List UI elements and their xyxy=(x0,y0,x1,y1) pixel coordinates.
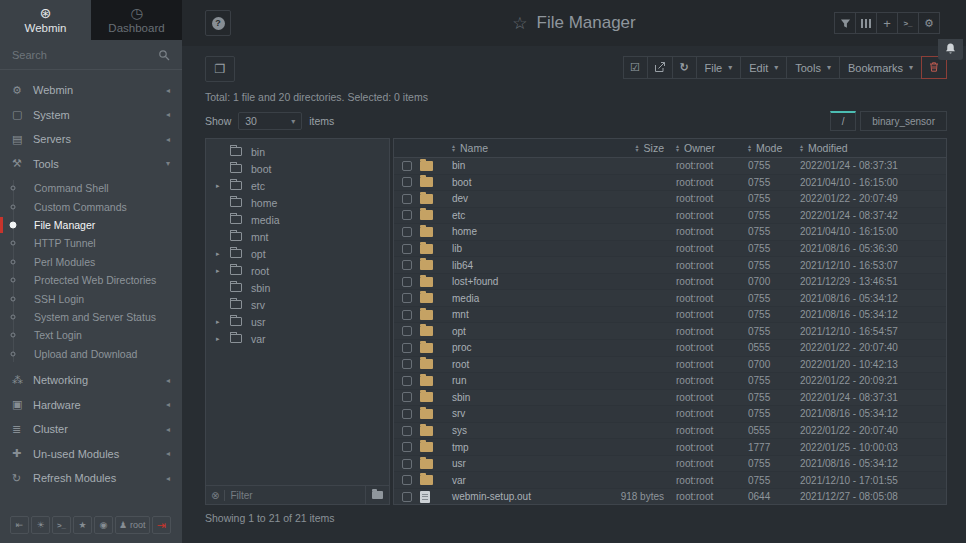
row-checkbox[interactable] xyxy=(402,326,412,336)
help-button[interactable]: ? xyxy=(205,10,231,36)
cell-name[interactable]: dev xyxy=(452,193,581,204)
shell-button[interactable]: >_ xyxy=(52,516,71,534)
tab-dashboard[interactable]: ◷ Dashboard xyxy=(91,0,182,40)
table-row-mnt[interactable]: mntroot:root07552021/08/16 - 05:34:12 xyxy=(394,307,946,324)
search-input[interactable] xyxy=(12,49,158,61)
sidebar-item-text-login[interactable]: Text Login xyxy=(0,326,182,344)
page-size-select[interactable]: 30 ▾ xyxy=(238,112,302,130)
tree-item-usr[interactable]: ▸usr xyxy=(206,313,389,330)
favorites-button[interactable]: ★ xyxy=(73,516,92,534)
table-row-run[interactable]: runroot:root07552022/01/22 - 20:09:21 xyxy=(394,373,946,390)
filter-button[interactable] xyxy=(834,12,856,34)
tree-item-media[interactable]: media xyxy=(206,211,389,228)
sidebar-item-ssh-login[interactable]: SSH Login xyxy=(0,289,182,307)
table-row-root[interactable]: rootroot:root07002022/01/20 - 10:42:13 xyxy=(394,357,946,374)
menu-tools[interactable]: Tools ▾ xyxy=(786,56,840,79)
menu-file[interactable]: File ▾ xyxy=(696,56,742,79)
table-row-sbin[interactable]: sbinroot:root07552022/01/24 - 08:37:31 xyxy=(394,390,946,407)
clear-filter-icon[interactable]: ⊗ xyxy=(211,490,219,501)
cell-name[interactable]: mnt xyxy=(452,309,581,320)
row-checkbox[interactable] xyxy=(402,392,412,402)
column-header-owner[interactable]: ▴▾Owner xyxy=(676,142,748,154)
cell-name[interactable]: lib64 xyxy=(452,260,581,271)
sidebar-category-networking[interactable]: ⁂Networking◂ xyxy=(0,368,182,393)
tree-item-mnt[interactable]: mnt xyxy=(206,228,389,245)
row-checkbox[interactable] xyxy=(402,343,412,353)
row-checkbox[interactable] xyxy=(402,227,412,237)
row-checkbox[interactable] xyxy=(402,459,412,469)
table-row-etc[interactable]: etcroot:root07552022/01/24 - 08:37:42 xyxy=(394,208,946,225)
cell-name[interactable]: bin xyxy=(452,160,581,171)
table-row-sys[interactable]: sysroot:root05552022/01/22 - 20:07:40 xyxy=(394,423,946,440)
cell-name[interactable]: lib xyxy=(452,243,581,254)
tree-item-root[interactable]: ▸root xyxy=(206,262,389,279)
sidebar-category-servers[interactable]: ▤Servers◂ xyxy=(0,127,182,152)
cell-name[interactable]: tmp xyxy=(452,442,581,453)
table-row-home[interactable]: homeroot:root07552021/04/10 - 16:15:00 xyxy=(394,224,946,241)
row-checkbox[interactable] xyxy=(402,310,412,320)
columns-button[interactable] xyxy=(855,12,877,34)
row-checkbox[interactable] xyxy=(402,376,412,386)
cell-name[interactable]: media xyxy=(452,293,581,304)
cell-name[interactable]: etc xyxy=(452,210,581,221)
row-checkbox[interactable] xyxy=(402,409,412,419)
tree-expand-icon[interactable]: ▸ xyxy=(216,182,230,190)
tree-expand-icon[interactable]: ▸ xyxy=(216,318,230,326)
tree-expand-icon[interactable]: ▸ xyxy=(216,267,230,275)
sidebar-category-hardware[interactable]: ▣Hardware◂ xyxy=(0,392,182,417)
cell-name[interactable]: run xyxy=(452,375,581,386)
column-header-name[interactable]: ▴▾Name xyxy=(452,142,581,154)
cell-name[interactable]: lost+found xyxy=(452,276,581,287)
column-header-modified[interactable]: ▴▾Modified xyxy=(800,142,946,154)
sidebar-item-protected-web-directories[interactable]: Protected Web Directories xyxy=(0,271,182,289)
share-button[interactable] xyxy=(647,56,673,79)
cell-name[interactable]: opt xyxy=(452,326,581,337)
menu-bookmarks[interactable]: Bookmarks ▾ xyxy=(839,56,922,79)
table-row-bin[interactable]: binroot:root07552022/01/24 - 08:37:31 xyxy=(394,158,946,175)
cell-name[interactable]: srv xyxy=(452,408,581,419)
cell-name[interactable]: home xyxy=(452,226,581,237)
sidebar-item-command-shell[interactable]: Command Shell xyxy=(0,179,182,197)
table-row-media[interactable]: mediaroot:root07552021/08/16 - 05:34:12 xyxy=(394,290,946,307)
sidebar-category-un-used-modules[interactable]: ✚Un-used Modules◂ xyxy=(0,441,182,466)
table-row-srv[interactable]: srvroot:root07552021/08/16 - 05:34:12 xyxy=(394,406,946,423)
add-button[interactable]: + xyxy=(876,12,898,34)
row-checkbox[interactable] xyxy=(402,210,412,220)
sidebar-item-http-tunnel[interactable]: HTTP Tunnel xyxy=(0,234,182,252)
column-header-size[interactable]: ▴▾Size xyxy=(581,142,676,154)
cell-name[interactable]: sys xyxy=(452,425,581,436)
row-checkbox[interactable] xyxy=(402,244,412,254)
cell-name[interactable]: var xyxy=(452,475,581,486)
select-all-button[interactable]: ☑ xyxy=(623,56,648,79)
tree-item-var[interactable]: ▸var xyxy=(206,330,389,347)
language-button[interactable]: ◉ xyxy=(94,516,113,534)
table-row-boot[interactable]: bootroot:root07552021/04/10 - 16:15:00 xyxy=(394,175,946,192)
table-row-lib[interactable]: libroot:root07552021/08/16 - 05:36:30 xyxy=(394,241,946,258)
terminal-button[interactable]: >_ xyxy=(897,12,919,34)
table-row-proc[interactable]: procroot:root05552022/01/22 - 20:07:40 xyxy=(394,340,946,357)
tree-item-srv[interactable]: srv xyxy=(206,296,389,313)
row-checkbox[interactable] xyxy=(402,177,412,187)
table-row-lib64[interactable]: lib64root:root07552021/12/10 - 16:53:07 xyxy=(394,257,946,274)
tree-item-bin[interactable]: bin xyxy=(206,143,389,160)
table-row-lost-found[interactable]: lost+foundroot:root07002021/12/29 - 13:4… xyxy=(394,274,946,291)
table-row-dev[interactable]: devroot:root07552022/01/22 - 20:07:49 xyxy=(394,191,946,208)
row-checkbox[interactable] xyxy=(402,161,412,171)
row-checkbox[interactable] xyxy=(402,492,412,502)
sidebar-category-cluster[interactable]: ≣Cluster◂ xyxy=(0,417,182,442)
row-checkbox[interactable] xyxy=(402,426,412,436)
table-row-tmp[interactable]: tmproot:root17772022/01/25 - 10:00:03 xyxy=(394,439,946,456)
tree-filter-input[interactable] xyxy=(230,490,365,501)
refresh-button[interactable]: ↻ xyxy=(672,56,697,79)
tree-item-home[interactable]: home xyxy=(206,194,389,211)
tree-item-boot[interactable]: boot xyxy=(206,160,389,177)
row-checkbox[interactable] xyxy=(402,442,412,452)
column-header-mode[interactable]: ▴▾Mode xyxy=(748,142,800,154)
cell-name[interactable]: root xyxy=(452,359,581,370)
sidebar-category-refresh-modules[interactable]: ↻Refresh Modules◂ xyxy=(0,466,182,491)
cell-name[interactable]: usr xyxy=(452,458,581,469)
tree-folder-button[interactable] xyxy=(365,486,389,504)
table-row-usr[interactable]: usrroot:root07552021/08/16 - 05:34:12 xyxy=(394,456,946,473)
settings-button[interactable]: ⚙ xyxy=(918,12,940,34)
row-checkbox[interactable] xyxy=(402,359,412,369)
